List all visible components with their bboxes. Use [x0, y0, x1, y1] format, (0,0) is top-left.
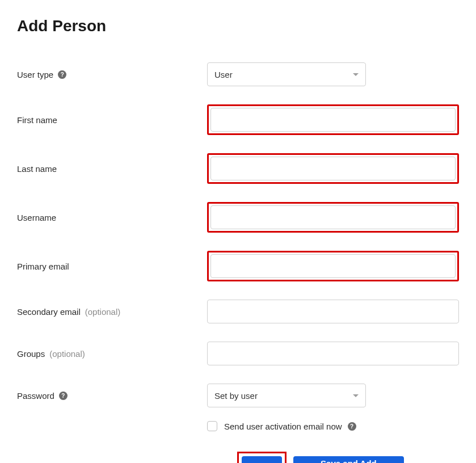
- primary-email-label-text: Primary email: [17, 262, 69, 271]
- secondary-email-label: Secondary email (optional): [17, 307, 207, 317]
- help-icon[interactable]: ?: [58, 70, 66, 79]
- activation-label-text: Send user activation email now: [224, 422, 342, 431]
- username-label-text: Username: [17, 213, 56, 222]
- password-value: Set by user: [214, 391, 258, 401]
- groups-optional: (optional): [49, 349, 85, 359]
- password-select[interactable]: Set by user: [207, 384, 366, 407]
- first-name-row: First name: [17, 104, 459, 135]
- user-type-value: User: [214, 70, 233, 79]
- first-name-input[interactable]: [210, 108, 456, 132]
- save-button[interactable]: Save: [242, 456, 282, 463]
- user-type-label-text: User type: [17, 70, 53, 79]
- primary-email-highlight: [207, 251, 459, 281]
- first-name-label-text: First name: [17, 115, 57, 125]
- chevron-down-icon: [353, 73, 359, 76]
- username-row: Username: [17, 202, 459, 233]
- password-label: Password ?: [17, 391, 207, 401]
- cancel-button[interactable]: Cancel: [411, 456, 459, 463]
- secondary-email-optional: (optional): [85, 307, 121, 317]
- groups-label-text: Groups: [17, 349, 45, 359]
- last-name-input[interactable]: [210, 157, 456, 180]
- help-icon[interactable]: ?: [348, 422, 356, 431]
- last-name-label: Last name: [17, 164, 207, 174]
- groups-row: Groups (optional): [17, 342, 459, 365]
- last-name-label-text: Last name: [17, 164, 57, 174]
- password-row: Password ? Set by user: [17, 384, 459, 407]
- last-name-row: Last name: [17, 153, 459, 184]
- page-title: Add Person: [17, 17, 459, 35]
- username-label: Username: [17, 213, 207, 222]
- primary-email-label: Primary email: [17, 262, 207, 271]
- activation-label: Send user activation email now ?: [224, 422, 356, 431]
- first-name-label: First name: [17, 115, 207, 125]
- secondary-email-row: Secondary email (optional): [17, 300, 459, 323]
- save-add-another-button[interactable]: Save and Add Another: [293, 456, 404, 463]
- groups-label: Groups (optional): [17, 349, 207, 359]
- user-type-label: User type ?: [17, 70, 207, 79]
- primary-email-input[interactable]: [210, 254, 456, 278]
- primary-email-row: Primary email: [17, 251, 459, 281]
- secondary-email-label-text: Secondary email: [17, 307, 81, 317]
- username-highlight: [207, 202, 459, 233]
- help-icon[interactable]: ?: [59, 392, 68, 400]
- button-row: Save Save and Add Another Cancel: [237, 452, 459, 463]
- last-name-highlight: [207, 153, 459, 184]
- password-label-text: Password: [17, 391, 54, 401]
- user-type-row: User type ? User: [17, 62, 459, 86]
- activation-row: Send user activation email now ?: [207, 421, 459, 431]
- username-input[interactable]: [210, 205, 456, 229]
- first-name-highlight: [207, 104, 459, 135]
- user-type-select[interactable]: User: [207, 62, 366, 86]
- groups-input[interactable]: [207, 342, 459, 365]
- chevron-down-icon: [353, 394, 359, 397]
- secondary-email-input[interactable]: [207, 300, 459, 323]
- activation-checkbox[interactable]: [207, 421, 217, 431]
- save-highlight: Save: [237, 452, 287, 463]
